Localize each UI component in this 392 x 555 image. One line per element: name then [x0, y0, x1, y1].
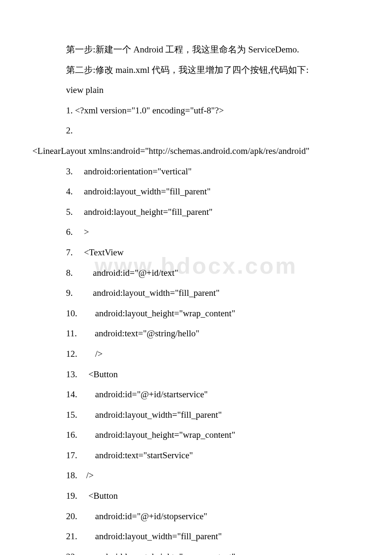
code-line-13: 13. <Button — [32, 367, 360, 382]
code-text: <?xml version="1.0" encoding="utf-8"?> — [75, 105, 224, 116]
code-line-2-num: 2. — [32, 124, 360, 138]
code-line-9: 9. android:layout_width="fill_parent" — [32, 286, 360, 301]
code-line-12: 12. /> — [32, 347, 360, 361]
code-line-14: 14. android:id="@+id/startservice" — [32, 387, 360, 402]
code-line-6: 6. > — [32, 225, 360, 240]
code-line-22: 22. android:layout_height="wrap_content" — [32, 550, 360, 555]
code-line-15: 15. android:layout_width="fill_parent" — [32, 408, 360, 422]
step-1-text: 第一步:新建一个 Android 工程，我这里命名为 ServiceDemo. — [32, 43, 360, 57]
code-line-2-wrap: <LinearLayout xmlns:android="http://sche… — [32, 144, 360, 159]
code-line-16: 16. android:layout_height="wrap_content" — [32, 428, 360, 442]
code-line-4: 4. android:layout_width="fill_parent" — [32, 185, 360, 199]
code-line-3: 3. android:orientation="vertical" — [32, 165, 360, 179]
code-line-5: 5. android:layout_height="fill_parent" — [32, 205, 360, 220]
code-line-20: 20. android:id="@+id/stopservice" — [32, 509, 360, 524]
code-line-17: 17. android:text="startService" — [32, 448, 360, 463]
code-line-19: 19. <Button — [32, 489, 360, 503]
code-line-7: 7. <TextView — [32, 246, 360, 260]
document-content: 第一步:新建一个 Android 工程，我这里命名为 ServiceDemo. … — [32, 43, 360, 555]
code-line-18: 18. /> — [32, 468, 360, 483]
view-plain-text: view plain — [32, 83, 360, 98]
code-line-21: 21. android:layout_width="fill_parent" — [32, 529, 360, 544]
code-line-1: 1. <?xml version="1.0" encoding="utf-8"?… — [32, 104, 360, 118]
code-line-11: 11. android:text="@string/hello" — [32, 327, 360, 341]
code-line-10: 10. android:layout_height="wrap_content" — [32, 306, 360, 321]
line-number: 1. — [66, 105, 75, 116]
step-2-text: 第二步:修改 main.xml 代码，我这里增加了四个按钮,代码如下: — [32, 63, 360, 78]
code-line-8: 8. android:id="@+id/text" — [32, 266, 360, 280]
